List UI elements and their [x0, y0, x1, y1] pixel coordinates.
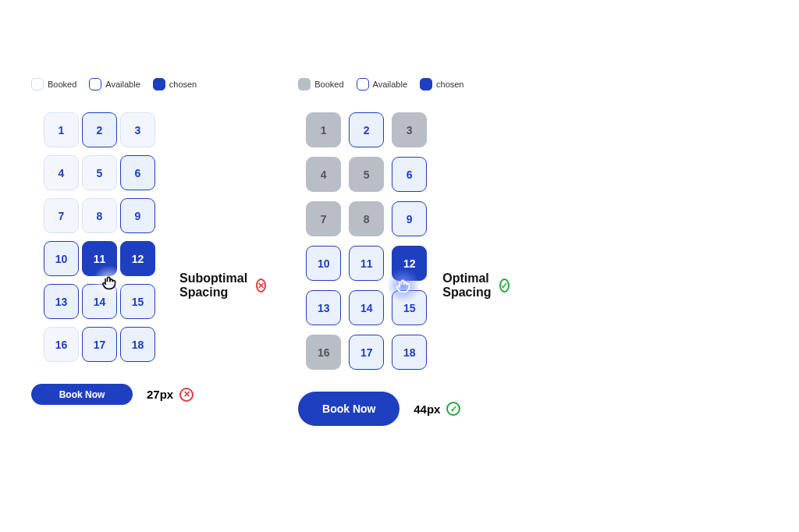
seat-9[interactable]: 9	[120, 198, 155, 233]
seat-6[interactable]: 6	[392, 157, 427, 192]
legend-available-label: Available	[373, 80, 407, 89]
size-label-right: 44px	[414, 402, 460, 416]
seat-17[interactable]: 17	[82, 327, 117, 362]
size-label-left: 27px	[147, 388, 194, 402]
pass-badge-icon	[499, 278, 510, 293]
size-value-left: 27px	[147, 388, 173, 401]
seat-grid-right: 123456789101112131415161718	[298, 112, 435, 370]
legend: Booked Available chosen	[298, 78, 463, 90]
panel-optimal: Booked Available chosen 1234567891011121…	[298, 78, 463, 426]
legend-chosen-label: chosen	[169, 80, 197, 89]
seat-18[interactable]: 18	[120, 327, 155, 362]
caption-optimal-text: Optimal Spacing	[442, 271, 495, 300]
seat-4[interactable]: 4	[44, 155, 79, 190]
seat-14[interactable]: 14	[349, 290, 384, 325]
seat-3[interactable]: 3	[120, 112, 155, 147]
seat-7[interactable]: 7	[306, 201, 341, 236]
seat-8[interactable]: 8	[82, 198, 117, 233]
seat-9[interactable]: 9	[392, 201, 427, 236]
legend-chosen: chosen	[420, 78, 463, 90]
legend: Booked Available chosen	[31, 78, 197, 90]
legend-booked-label: Booked	[314, 80, 343, 89]
seat-10[interactable]: 10	[44, 241, 79, 276]
book-row-right: Book Now 44px	[298, 392, 463, 426]
seat-12[interactable]: 12	[120, 241, 155, 276]
panel-suboptimal: Booked Available chosen 1234567891011121…	[31, 78, 197, 426]
seat-1[interactable]: 1	[44, 112, 79, 147]
seat-13[interactable]: 13	[44, 284, 79, 319]
caption-suboptimal: Suboptimal Spacing	[179, 271, 266, 300]
seat-10[interactable]: 10	[306, 246, 341, 281]
pass-badge-icon	[446, 402, 460, 416]
book-now-button-left[interactable]: Book Now	[31, 384, 133, 405]
seat-8[interactable]: 8	[349, 201, 384, 236]
seat-6[interactable]: 6	[120, 155, 155, 190]
seat-15[interactable]: 15	[120, 284, 155, 319]
legend-available: Available	[357, 78, 407, 90]
seat-2[interactable]: 2	[82, 112, 117, 147]
seat-5[interactable]: 5	[349, 157, 384, 192]
seat-14[interactable]: 14	[82, 284, 117, 319]
swatch-available-icon	[89, 78, 101, 90]
swatch-booked-icon	[31, 78, 44, 90]
seat-18[interactable]: 18	[392, 335, 427, 370]
legend-booked: Booked	[31, 78, 76, 90]
seat-4[interactable]: 4	[306, 157, 341, 192]
seat-16[interactable]: 16	[44, 327, 79, 362]
seat-5[interactable]: 5	[82, 155, 117, 190]
legend-available: Available	[89, 78, 140, 90]
seat-7[interactable]: 7	[44, 198, 79, 233]
book-now-button-right[interactable]: Book Now	[298, 392, 400, 426]
legend-chosen-label: chosen	[436, 80, 463, 89]
fail-badge-icon	[179, 388, 194, 402]
swatch-available-icon	[357, 78, 369, 90]
seat-11[interactable]: 11	[82, 241, 117, 276]
seat-2[interactable]: 2	[349, 112, 384, 147]
seat-3[interactable]: 3	[392, 112, 427, 147]
seat-11[interactable]: 11	[349, 246, 384, 281]
caption-suboptimal-text: Suboptimal Spacing	[179, 271, 251, 300]
seat-13[interactable]: 13	[306, 290, 341, 325]
swatch-booked-icon	[298, 78, 311, 90]
legend-booked: Booked	[298, 78, 343, 90]
legend-available-label: Available	[105, 80, 140, 89]
seat-1[interactable]: 1	[306, 112, 341, 147]
seat-12[interactable]: 12	[392, 246, 427, 281]
size-value-right: 44px	[414, 403, 440, 416]
fail-badge-icon	[256, 278, 266, 293]
seat-15[interactable]: 15	[392, 290, 427, 325]
seat-17[interactable]: 17	[349, 335, 384, 370]
seat-16[interactable]: 16	[306, 335, 341, 370]
legend-booked-label: Booked	[48, 80, 76, 89]
caption-optimal: Optimal Spacing	[442, 271, 510, 300]
seat-grid-left: 123456789101112131415161718	[31, 112, 168, 362]
swatch-chosen-icon	[420, 78, 432, 90]
swatch-chosen-icon	[153, 78, 165, 90]
book-row-left: Book Now 27px	[31, 384, 197, 405]
legend-chosen: chosen	[153, 78, 197, 90]
